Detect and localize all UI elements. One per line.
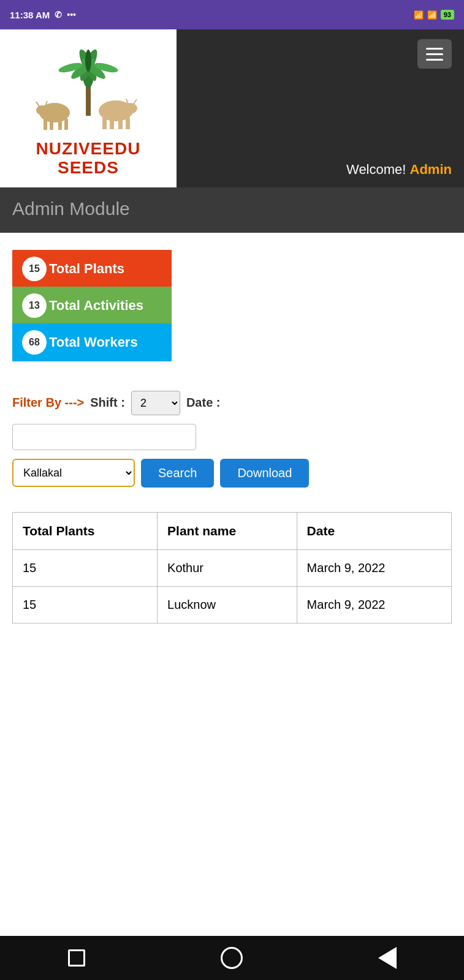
shift-select[interactable]: 1 2 3 (131, 391, 180, 415)
header-right: Welcome! Admin (177, 29, 464, 187)
module-title: Admin Module (12, 198, 452, 219)
nav-recent-button[interactable] (378, 947, 397, 969)
hamburger-line-2 (426, 53, 443, 55)
cell-plant-name: Lucknow (158, 586, 297, 623)
col-plant-name: Plant name (158, 512, 297, 549)
shift-label: Shift : (90, 396, 125, 410)
cell-total-plants: 15 (13, 586, 158, 623)
logo-image (21, 39, 156, 137)
square-icon (68, 949, 85, 967)
svg-rect-10 (44, 119, 47, 130)
stat-card-activities: 13 Total Activities (12, 287, 172, 325)
plant-select[interactable]: Kallakal Kothur Lucknow (12, 459, 135, 487)
call-icon: ✆ (55, 10, 62, 20)
cell-plant-name: Kothur (158, 549, 297, 586)
workers-badge: 68 (22, 330, 47, 355)
cell-date: March 9, 2022 (297, 549, 451, 586)
hamburger-line-1 (426, 48, 443, 50)
filter-row-2 (12, 424, 452, 450)
table-row: 15 Kothur March 9, 2022 (13, 549, 452, 586)
nav-home-button[interactable] (221, 947, 243, 969)
stat-card-plants: 15 Total Plants (12, 250, 172, 288)
cell-date: March 9, 2022 (297, 586, 451, 623)
back-icon (378, 947, 397, 969)
wifi-icon: 📶 (427, 10, 437, 20)
svg-rect-18 (102, 118, 107, 129)
header: NUZIVEEDU SEEDS Welcome! Admin (0, 29, 464, 187)
status-bar: 11:38 AM ✆ ••• 📶 📶 93 (0, 0, 464, 29)
nav-back-button[interactable] (68, 949, 85, 967)
date-input[interactable] (12, 424, 196, 450)
filter-section: Filter By ---> Shift : 1 2 3 Date : Plan… (0, 374, 464, 500)
svg-rect-0 (86, 85, 91, 116)
svg-rect-13 (64, 119, 68, 130)
table-row: 15 Lucknow March 9, 2022 (13, 586, 452, 623)
time-display: 11:38 AM (10, 10, 50, 20)
hamburger-line-3 (426, 59, 443, 61)
plant-row: Plant : Kallakal Kothur Lucknow Search D… (12, 459, 452, 488)
activities-badge: 13 (22, 293, 47, 318)
svg-rect-12 (58, 120, 62, 130)
signal-icon: 📶 (414, 10, 424, 20)
filter-row-1: Filter By ---> Shift : 1 2 3 Date : (12, 391, 452, 415)
logo-area: NUZIVEEDU SEEDS (0, 29, 177, 187)
hamburger-button[interactable] (417, 39, 452, 69)
status-bar-left: 11:38 AM ✆ ••• (10, 10, 76, 20)
welcome-message: Welcome! Admin (346, 162, 452, 178)
nav-bar (0, 936, 464, 980)
circle-icon (221, 947, 243, 969)
status-bar-right: 📶 📶 93 (414, 10, 454, 20)
svg-rect-11 (50, 120, 53, 130)
svg-rect-20 (118, 119, 123, 129)
dots-icon: ••• (67, 10, 76, 20)
stat-card-workers: 68 Total Workers (12, 323, 172, 361)
stats-section: 15 Total Plants 13 Total Activities 68 T… (0, 233, 464, 374)
plants-label: Total Plants (49, 261, 124, 276)
svg-point-22 (124, 103, 137, 114)
workers-label: Total Workers (49, 334, 138, 350)
svg-line-23 (133, 99, 137, 105)
search-button[interactable]: Search (141, 459, 214, 488)
svg-point-8 (85, 50, 91, 72)
filter-by-label: Filter By ---> (12, 396, 84, 410)
activities-label: Total Activities (49, 298, 143, 313)
module-title-bar: Admin Module (0, 187, 464, 233)
svg-point-14 (36, 105, 48, 115)
battery-icon: 93 (441, 10, 454, 20)
data-table: Total Plants Plant name Date 15 Kothur M… (12, 512, 452, 624)
admin-name: Admin (410, 162, 452, 177)
cell-total-plants: 15 (13, 549, 158, 586)
col-total-plants: Total Plants (13, 512, 158, 549)
logo-text: NUZIVEEDU SEEDS (36, 140, 141, 178)
svg-rect-21 (126, 118, 130, 129)
table-section: Total Plants Plant name Date 15 Kothur M… (0, 500, 464, 636)
svg-rect-19 (110, 119, 114, 129)
svg-line-15 (36, 102, 39, 107)
date-label: Date : (186, 396, 221, 410)
table-header-row: Total Plants Plant name Date (13, 512, 452, 549)
download-button[interactable]: Download (220, 459, 309, 488)
col-date: Date (297, 512, 451, 549)
plants-badge: 15 (22, 257, 47, 281)
